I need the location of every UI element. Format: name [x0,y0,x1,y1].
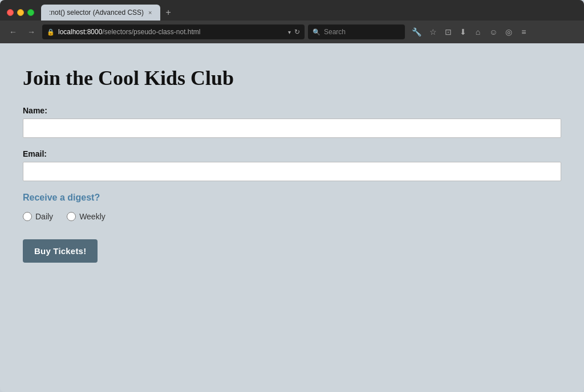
submit-button[interactable]: Buy Tickets! [23,239,98,263]
weekly-label: Weekly [79,212,106,221]
digest-radio-group: Daily Weekly [23,212,561,221]
weekly-radio[interactable] [67,212,76,221]
daily-option[interactable]: Daily [23,212,53,221]
email-input[interactable] [23,162,561,181]
synced-tabs-icon[interactable]: ☺ [486,25,501,39]
download-icon[interactable]: ⬇ [456,25,470,39]
home-icon[interactable]: ⌂ [471,25,485,39]
nav-toolbar-icons: 🔧 ☆ ⊡ ⬇ ⌂ ☺ ◎ ≡ [408,25,530,39]
address-bar[interactable]: 🔒 localhost:8000/selectors/pseudo-class-… [42,24,305,39]
title-bar: :not() selector (Advanced CSS) × + [0,0,584,21]
email-field-group: Email: [23,149,561,181]
navigation-bar: ← → 🔒 localhost:8000/selectors/pseudo-cl… [0,21,584,43]
pocket-icon[interactable]: ◎ [502,25,516,39]
bookmark-icon[interactable]: ☆ [426,25,440,39]
search-placeholder-text: Search [324,28,346,36]
address-dropdown-icon[interactable]: ▾ [288,29,291,35]
maximize-button[interactable] [27,9,34,16]
address-text: localhost:8000/selectors/pseudo-class-no… [58,28,285,36]
name-field-group: Name: [23,106,561,138]
back-button[interactable]: ← [6,25,21,39]
tab-bar: :not() selector (Advanced CSS) × + [41,5,584,21]
menu-icon[interactable]: ≡ [517,25,530,39]
digest-question-label: Receive a digest? [23,193,561,203]
forward-button[interactable]: → [24,25,39,39]
library-icon[interactable]: ⊡ [441,25,455,39]
search-icon: 🔍 [313,28,321,36]
active-tab[interactable]: :not() selector (Advanced CSS) × [41,5,160,21]
tab-close-icon[interactable]: × [148,10,152,16]
page-content: Join the Cool Kids Club Name: Email: Rec… [0,43,584,392]
daily-label: Daily [35,212,53,221]
email-label: Email: [23,149,561,158]
close-button[interactable] [7,9,14,16]
traffic-lights [7,9,34,16]
tab-title: :not() selector (Advanced CSS) [49,9,144,17]
new-tab-button[interactable]: + [160,5,177,21]
minimize-button[interactable] [17,9,24,16]
browser-window: :not() selector (Advanced CSS) × + ← → 🔒… [0,0,584,392]
name-label: Name: [23,106,561,115]
search-bar[interactable]: 🔍 Search [308,24,405,39]
lock-icon: 🔒 [47,28,55,36]
daily-radio[interactable] [23,212,32,221]
refresh-button[interactable]: ↻ [294,28,300,36]
name-input[interactable] [23,119,561,138]
tools-icon[interactable]: 🔧 [408,25,425,39]
weekly-option[interactable]: Weekly [67,212,106,221]
page-title: Join the Cool Kids Club [23,66,561,90]
